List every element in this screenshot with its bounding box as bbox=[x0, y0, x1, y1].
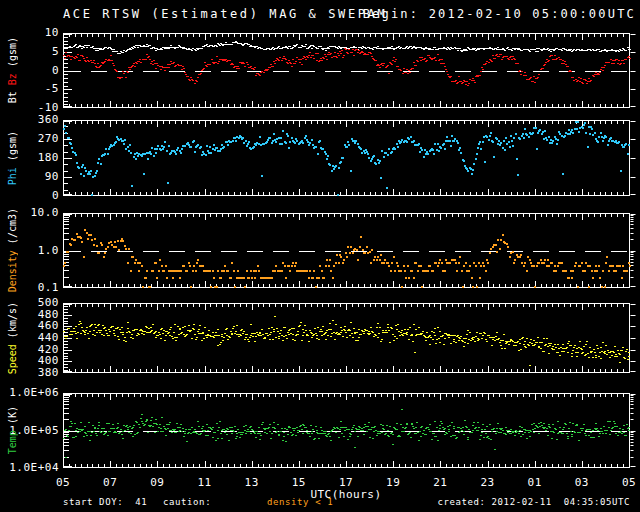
axis-label-part: (K) bbox=[7, 406, 18, 430]
speed-plot-canvas bbox=[63, 303, 637, 373]
density-plot-canvas bbox=[63, 213, 637, 288]
temp-plot-canvas bbox=[63, 393, 637, 468]
temp-axis-label: Temp (K) bbox=[4, 393, 22, 468]
axis-label-part: Bt bbox=[7, 86, 18, 104]
axis-label-part: (/cm3) bbox=[7, 208, 18, 250]
created-timestamp: created: 2012-02-11 04:35:05UTC bbox=[437, 497, 630, 507]
bt-bz-plot-canvas bbox=[63, 33, 637, 108]
x-tick-label: 13 bbox=[239, 476, 265, 489]
x-tick-label: 19 bbox=[380, 476, 406, 489]
axis-label-part: (km/s) bbox=[7, 302, 18, 344]
x-tick-label: 07 bbox=[97, 476, 123, 489]
axis-label-part: Temp bbox=[7, 431, 18, 455]
axis-label-part: Speed bbox=[7, 344, 18, 374]
caution-value: density < 1 bbox=[267, 497, 333, 507]
x-tick-label: 03 bbox=[569, 476, 595, 489]
x-tick-label: 15 bbox=[286, 476, 312, 489]
axis-label-part: Phi bbox=[7, 167, 18, 185]
caution-label: caution: bbox=[163, 497, 211, 507]
x-tick-label: 17 bbox=[333, 476, 359, 489]
bt-bz-axis-label: Bt Bz (gsm) bbox=[4, 33, 22, 108]
start-doy-text: start DOY: 41 bbox=[63, 497, 147, 507]
axis-label-part: (gsm) bbox=[7, 37, 18, 73]
phi-axis-label: Phi (gsm) bbox=[4, 120, 22, 196]
page-title: ACE RTSW (Estimated) MAG & SWEPAM bbox=[63, 7, 387, 21]
x-tick-label: 05 bbox=[616, 476, 640, 489]
density-axis-label: Density (/cm3) bbox=[4, 213, 22, 288]
axis-label-part: Density bbox=[7, 251, 18, 293]
begin-timestamp: Begin: 2012-02-10 05:00:00UTC bbox=[363, 7, 636, 21]
x-tick-label: 05 bbox=[50, 476, 76, 489]
x-tick-label: 01 bbox=[522, 476, 548, 489]
axis-label-part: (gsm) bbox=[7, 131, 18, 167]
phi-plot-canvas bbox=[63, 120, 637, 196]
axis-label-part: Bz bbox=[7, 74, 18, 86]
ace-rtsw-plot: ACE RTSW (Estimated) MAG & SWEPAM Begin:… bbox=[0, 0, 640, 512]
x-tick-label: 11 bbox=[192, 476, 218, 489]
x-tick-label: 09 bbox=[144, 476, 170, 489]
x-tick-label: 23 bbox=[475, 476, 501, 489]
x-tick-label: 21 bbox=[427, 476, 453, 489]
speed-axis-label: Speed (km/s) bbox=[4, 303, 22, 373]
